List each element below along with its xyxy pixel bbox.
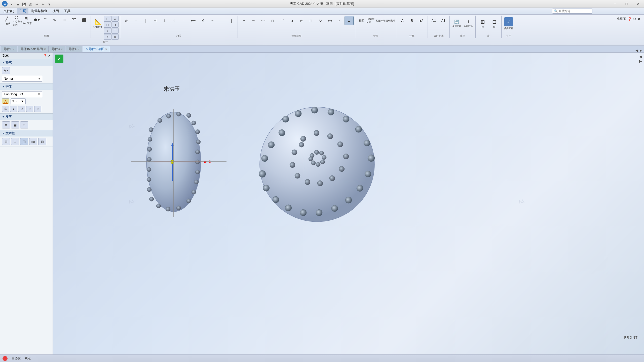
font-name-dropdown[interactable]: TianGong ISO ▼ bbox=[2, 91, 42, 97]
tool-dim8[interactable]: R bbox=[111, 34, 119, 40]
panel-close[interactable]: ✕ bbox=[48, 54, 51, 58]
search-input[interactable] bbox=[559, 9, 584, 13]
tf-btn2[interactable]: □ bbox=[11, 138, 19, 145]
menu-view[interactable]: 视图 bbox=[50, 8, 61, 14]
tool-trim[interactable]: ✂ bbox=[239, 16, 248, 25]
btn-underline[interactable]: U bbox=[18, 106, 25, 112]
qa-redo[interactable]: ↪ bbox=[40, 2, 46, 7]
tool-extend[interactable]: ⇒ bbox=[249, 16, 258, 25]
tab-scroll-left[interactable]: ◀ bbox=[634, 49, 639, 52]
btn-italic[interactable]: I bbox=[10, 106, 17, 112]
tool-grid[interactable]: ⊞ bbox=[61, 16, 70, 25]
tool-horizontal[interactable]: — bbox=[217, 16, 226, 25]
font-size-dropdown[interactable]: 3.5 ▼ bbox=[11, 98, 26, 104]
qa-open[interactable]: ■ bbox=[15, 2, 21, 7]
tool-more-shapes[interactable]: ⬟▼ bbox=[32, 16, 41, 25]
search-box[interactable]: 🔍 bbox=[552, 9, 592, 14]
tool-symmetric[interactable]: ⟺ bbox=[189, 16, 198, 25]
section-font-header[interactable]: ▼ 字体 bbox=[0, 83, 53, 90]
tool-update-all[interactable]: 🔄 全部更新 bbox=[451, 16, 462, 31]
para-columns[interactable]: ▣ bbox=[11, 121, 19, 128]
btn-superscript[interactable]: Tx bbox=[26, 106, 33, 112]
format-dropdown[interactable]: Normal ▼ bbox=[2, 76, 42, 82]
tool-close-sketch[interactable]: ✓ 关闭草图 bbox=[503, 16, 514, 31]
tf-btn5[interactable]: ⊡ bbox=[38, 138, 46, 145]
tool-xy[interactable]: XY bbox=[70, 16, 80, 25]
user-settings[interactable]: ⚙ bbox=[633, 17, 636, 21]
user-help[interactable]: ❓ bbox=[628, 17, 632, 21]
tool-smart-dim[interactable]: 📐 智能尺寸 bbox=[92, 16, 103, 31]
menu-tools[interactable]: 工具 bbox=[61, 8, 73, 14]
close-tab-part5[interactable]: ✕ bbox=[105, 48, 107, 51]
qa-more[interactable]: ▼ bbox=[47, 2, 52, 7]
tool-chamfer[interactable]: ⊿ bbox=[287, 16, 296, 25]
close-tab-part1[interactable]: ✕ bbox=[13, 48, 15, 51]
tool-sketch[interactable]: ✎ bbox=[51, 16, 60, 25]
qa-print[interactable]: 🖨 bbox=[28, 2, 33, 7]
tool-transform-all[interactable]: ⤵ 全部转换 bbox=[463, 16, 474, 31]
tool-dim4[interactable]: ↗ bbox=[104, 34, 111, 40]
tool-equal[interactable]: = bbox=[179, 16, 188, 25]
tool-split[interactable]: ⊘ bbox=[297, 16, 306, 25]
tool-scale[interactable]: ⟺ bbox=[325, 16, 334, 25]
tab-part4[interactable]: 零件4 ✕ bbox=[66, 46, 82, 52]
tool-coincident[interactable]: ∸ bbox=[131, 16, 140, 25]
tool-center-rect[interactable]: ⊞ 中心矩形 bbox=[23, 16, 32, 25]
tool-midpoint[interactable]: M bbox=[198, 16, 207, 25]
section-format-header[interactable]: ▼ 格式 bbox=[0, 59, 53, 66]
tool-dim1[interactable]: ⟵ bbox=[104, 16, 111, 22]
tool-select[interactable]: ▲ bbox=[345, 16, 354, 25]
tool-note-b[interactable]: B bbox=[407, 16, 416, 25]
tool-vertical[interactable]: | bbox=[227, 16, 236, 25]
tool-parallel[interactable]: ⊣ bbox=[150, 16, 160, 25]
tool-dim7[interactable]: ⌒ bbox=[111, 28, 119, 34]
tool-mirror[interactable]: ⟷ bbox=[258, 16, 268, 25]
tool-arc[interactable]: ⌒ bbox=[42, 16, 51, 25]
menu-file[interactable]: 文件(F) bbox=[1, 8, 17, 14]
tool-pin-col[interactable]: ♦销钉柱位置 bbox=[366, 16, 375, 25]
canvas-area[interactable]: ✓ At At At At 朱洪玉 bbox=[53, 53, 644, 354]
tool-point[interactable]: ⬛ bbox=[80, 16, 89, 25]
user-close[interactable]: ✕ bbox=[638, 17, 640, 21]
tool-circ-array[interactable]: 圆形阵列 bbox=[386, 16, 395, 25]
close-tab-part3[interactable]: ✕ bbox=[61, 48, 63, 51]
format-icon-btn[interactable]: A▼ bbox=[2, 67, 10, 74]
menu-home[interactable]: 主页 bbox=[17, 8, 28, 14]
tool-dim6[interactable]: ∢ bbox=[111, 22, 119, 28]
tool-fillet[interactable]: ⌒ bbox=[278, 16, 287, 25]
tool-dim5[interactable]: ⌀ bbox=[111, 16, 119, 22]
tf-btn3[interactable]: ◫ bbox=[20, 138, 28, 145]
tool-attr1[interactable]: A⊡ bbox=[429, 16, 438, 25]
tab-part3[interactable]: 零件3 ✕ bbox=[49, 46, 65, 52]
tool-rect-array[interactable]: 矩形阵列 bbox=[376, 16, 385, 25]
nav-prev[interactable]: ◀ bbox=[639, 55, 642, 59]
qa-undo[interactable]: ↩ bbox=[34, 2, 40, 7]
qa-new[interactable]: ● bbox=[9, 2, 14, 7]
tab-part15[interactable]: 零件15.par: 草图 ✕ bbox=[18, 46, 49, 52]
tool-rotate[interactable]: ↻ bbox=[316, 16, 325, 25]
qa-save[interactable]: 💾 bbox=[21, 2, 27, 7]
section-textframe-header[interactable]: ▼ 文本框 bbox=[0, 130, 53, 137]
font-color-btn[interactable]: A bbox=[2, 98, 9, 104]
tab-part1[interactable]: 零件1 ✕ bbox=[1, 46, 17, 52]
tool-circle-center[interactable]: ◎ 中心和点画圆 bbox=[13, 16, 22, 25]
para-list[interactable]: ≡ bbox=[2, 121, 10, 128]
tool-note-c[interactable]: ±A bbox=[417, 16, 426, 25]
btn-bold[interactable]: B bbox=[2, 106, 9, 112]
tool-hole[interactable]: 孔圆 bbox=[357, 16, 366, 25]
tool-tangent[interactable]: ⊹ bbox=[170, 16, 179, 25]
tab-scroll-right[interactable]: ▶ bbox=[639, 49, 643, 52]
tool-fix[interactable]: ⊕ bbox=[122, 16, 131, 25]
tool-block[interactable]: ⊞ 块 bbox=[477, 16, 488, 31]
tool-dim2[interactable]: ⟷ bbox=[104, 22, 111, 28]
tool-move[interactable]: ⊞ bbox=[306, 16, 315, 25]
tool-attr2[interactable]: AB bbox=[439, 16, 448, 25]
close-button[interactable]: ✕ bbox=[632, 0, 644, 8]
para-frame[interactable]: □ bbox=[20, 121, 28, 128]
confirm-button[interactable]: ✓ bbox=[55, 55, 63, 63]
panel-help[interactable]: ❓ bbox=[43, 54, 47, 58]
tool-perp[interactable]: ⊥ bbox=[160, 16, 169, 25]
menu-measure[interactable]: 测量与检查 bbox=[28, 8, 50, 14]
tool-line[interactable]: ╱ 直线 bbox=[4, 16, 13, 25]
tool-check[interactable]: ✓ bbox=[335, 16, 344, 25]
